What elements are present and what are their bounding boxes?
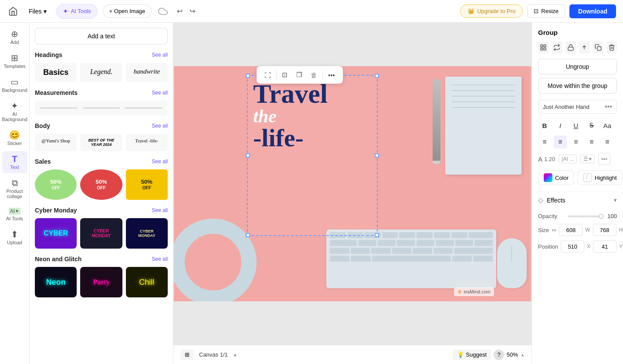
sidebar-item-ai-background[interactable]: ✦ AI Background [2, 98, 27, 125]
underline-button[interactable]: U [569, 119, 582, 132]
handle-top-left[interactable] [246, 74, 250, 78]
add-text-button[interactable]: Add a text [35, 28, 168, 44]
resize-icon: ⊡ [534, 8, 538, 14]
align-mixed-button[interactable]: ≡ [601, 135, 614, 148]
align-right-button[interactable]: ≡ [569, 135, 582, 148]
size-height-input[interactable] [593, 224, 616, 236]
sidebar-item-sticker[interactable]: 😊 Sticker [2, 127, 27, 149]
group-delete-icon[interactable] [607, 41, 617, 54]
group-layers-icon[interactable] [538, 41, 549, 54]
sales-item-2[interactable]: 50%OFF [80, 169, 122, 200]
toolbar-separator-2 [322, 71, 323, 79]
color-swatch [544, 173, 552, 182]
sidebar-item-add[interactable]: ⊕ Add [2, 26, 27, 48]
align-left-button[interactable]: ≡ [538, 135, 551, 148]
resize-button[interactable]: ⊡ Resize [527, 4, 565, 18]
move-within-button[interactable]: Move within the group [538, 78, 617, 94]
font-sample-handwrite[interactable]: handwrite [126, 63, 168, 82]
body-grid: @Yumi's Shop BEST OF THE YEAR 2024 Trave… [35, 134, 168, 151]
italic-button[interactable]: I [554, 119, 567, 132]
neon-title: Neon and Glitch [35, 256, 81, 263]
open-image-button[interactable]: + Open Image [103, 4, 152, 18]
group-position-icon[interactable] [579, 41, 590, 54]
size-link-icon[interactable]: ⇔ [552, 227, 556, 233]
canvas-name: Canvas 1/1 [199, 351, 228, 358]
keyboard-element [326, 229, 496, 288]
font-more-button[interactable]: ••• [605, 103, 612, 111]
zoom-chevron-icon: ▲ [521, 353, 525, 357]
neon-item-3[interactable]: Chill [126, 267, 168, 297]
sales-item-1[interactable]: 50%OFF [35, 169, 77, 200]
opacity-thumb[interactable] [599, 214, 604, 219]
position-x-input[interactable] [561, 240, 584, 253]
highlight-button[interactable]: Highlight [578, 170, 623, 185]
upgrade-button[interactable]: 👑 Upgrade to Pro [460, 4, 523, 18]
home-button[interactable] [7, 5, 19, 17]
position-y-input[interactable] [593, 240, 616, 253]
group-flip-icon[interactable] [552, 41, 562, 54]
list-button[interactable]: ☰ ▾ [580, 155, 595, 163]
body-sample-yumis[interactable]: @Yumi's Shop [35, 134, 77, 151]
undo-button[interactable]: ↩ [174, 4, 185, 18]
align-justify-button[interactable]: ≡ [585, 135, 598, 148]
cyber-item-3[interactable]: CYBERMONDAY [126, 218, 168, 249]
more-options-canvas-button[interactable]: ••• [325, 69, 339, 81]
ai-text-button[interactable]: |AI ... [559, 155, 577, 163]
sidebar-item-background[interactable]: ▭ Background [2, 74, 27, 96]
canvas-area: ⛶ ⊡ ❐ 🗑 ••• [173, 23, 532, 364]
undo-redo-group: ↩ ↪ [174, 4, 198, 18]
cyber-item-2[interactable]: CYBERMONDAY [80, 218, 122, 249]
font-sample-legend[interactable]: Legend. [80, 63, 122, 82]
delete-canvas-button[interactable]: 🗑 [307, 69, 321, 81]
redo-button[interactable]: ↪ [187, 4, 198, 18]
ungroup-button[interactable]: Ungroup [538, 59, 617, 74]
measurements-see-all[interactable]: See all [152, 90, 168, 96]
canvas-text-selection[interactable]: Travel the -life- [247, 75, 378, 236]
layers-button[interactable]: ⊞ [180, 349, 194, 360]
font-selector[interactable]: Just Another Hand ••• [538, 100, 617, 114]
body-sample-best[interactable]: BEST OF THE YEAR 2024 [80, 134, 122, 151]
cyber-item-1[interactable]: CYBER [35, 218, 77, 249]
sidebar-item-text[interactable]: T Text [2, 151, 27, 173]
neon-see-all[interactable]: See all [152, 256, 168, 262]
font-sample-basics[interactable]: Basics [35, 63, 77, 82]
body-see-all[interactable]: See all [152, 123, 168, 129]
opacity-slider[interactable] [568, 216, 603, 217]
canvas-chevron-up[interactable]: ▲ [233, 352, 237, 357]
handle-bottom-right[interactable] [375, 233, 379, 237]
text-icon: T [12, 155, 17, 163]
handle-middle-right[interactable] [375, 153, 379, 158]
sidebar-item-templates[interactable]: ⊞ Templates [2, 50, 27, 72]
suggest-button[interactable]: 💡 Suggest [453, 349, 491, 360]
more-text-options-button[interactable]: ••• [598, 153, 610, 165]
sidebar-item-ai-tools[interactable]: AI✦ AI Tools [2, 204, 27, 225]
effects-chevron[interactable]: ▾ [614, 197, 617, 203]
handle-bottom-left[interactable] [246, 233, 250, 237]
bold-button[interactable]: B [538, 119, 551, 132]
cyber-see-all[interactable]: See all [152, 207, 168, 213]
sidebar-item-upload[interactable]: ⬆ Upload [2, 226, 27, 249]
files-menu[interactable]: Files ▾ [24, 5, 51, 17]
sales-see-all[interactable]: See all [152, 158, 168, 165]
sales-item-3[interactable]: 50%OFF [126, 169, 168, 200]
ai-tools-button[interactable]: ✦ AI Tools [56, 4, 98, 19]
group-duplicate-icon[interactable] [593, 41, 603, 54]
neon-item-1[interactable]: Neon [35, 267, 77, 297]
sidebar-item-product-collage[interactable]: ⧉ Product collage [2, 175, 27, 202]
color-button[interactable]: Color [538, 170, 574, 185]
crop-button[interactable]: ⊡ [278, 69, 291, 81]
align-center-button[interactable]: ≡ [554, 135, 567, 148]
body-sample-travel[interactable]: Travel -life- [126, 134, 168, 151]
duplicate-canvas-button[interactable]: ❐ [293, 69, 305, 81]
download-button[interactable]: Download [569, 4, 616, 18]
help-button[interactable]: ? [494, 350, 504, 360]
strikethrough-button[interactable]: S̶ [585, 119, 598, 132]
group-lock-icon[interactable] [565, 41, 576, 54]
handle-top-right[interactable] [375, 74, 379, 78]
handle-middle-left[interactable] [246, 153, 250, 158]
size-width-input[interactable] [559, 224, 582, 236]
headings-see-all[interactable]: See all [152, 52, 168, 58]
neon-item-2[interactable]: Party [80, 267, 122, 297]
fullscreen-button[interactable]: ⛶ [261, 69, 274, 81]
case-button[interactable]: Aa [601, 119, 614, 132]
